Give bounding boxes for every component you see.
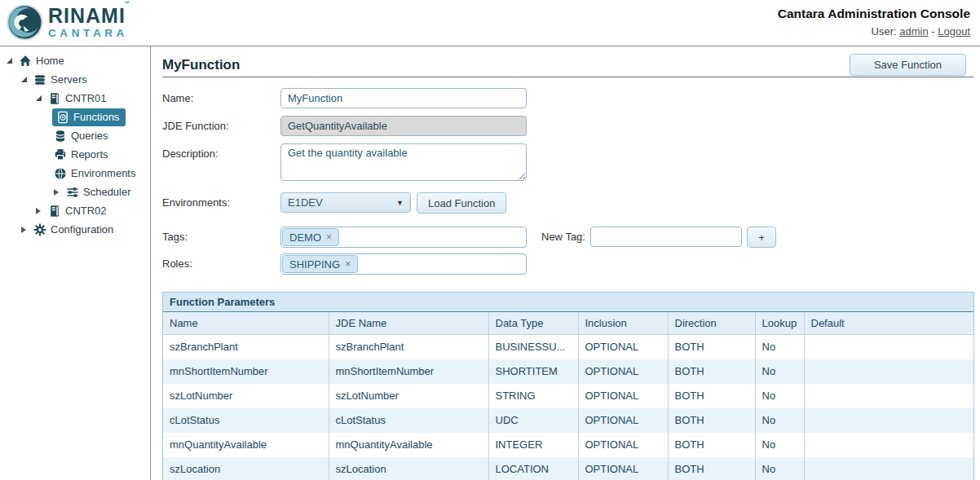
expand-arrow-icon[interactable] xyxy=(21,77,33,82)
cell-default xyxy=(804,335,973,359)
cell-name: szLotNumber xyxy=(163,384,329,408)
column-header-direction: Direction xyxy=(668,312,755,335)
table-row[interactable]: szLocation szLocation LOCATION OPTIONAL … xyxy=(163,457,973,480)
rinami-logo-icon xyxy=(7,4,43,41)
description-textarea[interactable]: Get the quantity available xyxy=(280,143,527,181)
roles-input[interactable]: SHIPPING × xyxy=(280,253,527,275)
cell-name: mnQuantityAvailable xyxy=(163,433,329,457)
sidebar-item-functions[interactable]: Functions xyxy=(0,108,150,126)
cell-default xyxy=(804,457,973,480)
tags-input[interactable]: DEMO × xyxy=(280,227,527,248)
jde-function-input xyxy=(280,116,527,136)
function-parameters-table: Name JDE Name Data Type Inclusion Direct… xyxy=(163,312,973,480)
table-row[interactable]: szBranchPlant szBranchPlant BUSINESSU...… xyxy=(163,335,973,359)
cell-inclusion: OPTIONAL xyxy=(578,384,668,408)
logout-link[interactable]: Logout xyxy=(938,25,970,37)
cell-jde-name: szBranchPlant xyxy=(329,335,488,359)
roles-row: Roles: SHIPPING × xyxy=(162,253,973,275)
remove-role-icon[interactable]: × xyxy=(345,258,351,270)
tag-chip: DEMO × xyxy=(282,228,339,246)
expand-arrow-icon[interactable] xyxy=(36,208,48,214)
cell-data-type: LOCATION xyxy=(488,457,578,480)
sidebar-item-label: Queries xyxy=(71,130,108,141)
load-function-button[interactable]: Load Function xyxy=(417,192,506,214)
add-tag-button[interactable]: + xyxy=(747,227,776,248)
cell-lookup: No xyxy=(755,359,804,384)
cell-default xyxy=(804,359,973,384)
cell-data-type: UDC xyxy=(488,408,578,433)
chevron-down-icon: ▼ xyxy=(396,199,404,207)
cell-data-type: SHORTITEM xyxy=(488,359,578,384)
sidebar-item-reports[interactable]: Reports xyxy=(0,145,150,164)
cell-inclusion: OPTIONAL xyxy=(578,433,668,457)
sidebar-item-configuration[interactable]: Configuration xyxy=(0,220,150,239)
table-row[interactable]: cLotStatus cLotStatus UDC OPTIONAL BOTH … xyxy=(163,408,973,433)
sidebar-item-label: Functions xyxy=(73,112,119,122)
cell-direction: BOTH xyxy=(668,335,755,359)
table-row[interactable]: szLotNumber szLotNumber STRING OPTIONAL … xyxy=(163,384,973,408)
table-row[interactable]: mnQuantityAvailable mnQuantityAvailable … xyxy=(163,433,973,457)
remove-tag-icon[interactable]: × xyxy=(326,231,332,243)
cell-lookup: No xyxy=(755,457,804,480)
sidebar-item-cntr01[interactable]: CNTR01 xyxy=(0,89,150,108)
sidebar-item-cntr02[interactable]: CNTR02 xyxy=(0,201,150,220)
console-title: Cantara Administration Console xyxy=(778,7,970,21)
cell-direction: BOTH xyxy=(668,359,755,384)
description-label: Description: xyxy=(162,143,280,160)
cell-lookup: No xyxy=(755,433,804,457)
save-function-button[interactable]: Save Function xyxy=(850,54,966,76)
new-tag-label: New Tag: xyxy=(541,227,585,243)
sidebar-item-home[interactable]: Home xyxy=(0,51,150,70)
table-row[interactable]: mnShortItemNumber mnShortItemNumber SHOR… xyxy=(163,359,973,384)
role-chip: SHIPPING × xyxy=(282,255,358,273)
cell-name: szLocation xyxy=(163,457,329,480)
cell-inclusion: OPTIONAL xyxy=(578,335,668,359)
globe-icon xyxy=(54,167,67,180)
tags-row: Tags: DEMO × New Tag: + xyxy=(162,227,973,248)
environments-select[interactable]: E1DEV ▼ xyxy=(280,192,411,213)
cell-inclusion: OPTIONAL xyxy=(578,457,668,480)
cell-jde-name: mnShortItemNumber xyxy=(329,359,488,384)
gear-icon xyxy=(33,223,46,236)
tags-label: Tags: xyxy=(162,227,280,243)
cell-direction: BOTH xyxy=(668,433,755,457)
server-icon xyxy=(48,205,61,218)
user-label: User: xyxy=(872,25,897,37)
selected-item-pill[interactable]: Functions xyxy=(52,108,126,126)
name-row: Name: xyxy=(162,88,973,108)
cell-lookup: No xyxy=(755,408,804,433)
database-icon xyxy=(54,130,67,143)
expand-arrow-icon[interactable] xyxy=(21,227,33,233)
sidebar-item-label: Configuration xyxy=(51,224,113,235)
user-line: User: admin - Logout xyxy=(778,25,970,37)
roles-label: Roles: xyxy=(162,253,280,270)
brand-product: CANTARA xyxy=(48,28,128,39)
column-header-name: Name xyxy=(163,312,329,335)
column-header-lookup: Lookup xyxy=(755,312,804,335)
column-header-inclusion: Inclusion xyxy=(578,312,668,335)
environments-row: Environments: E1DEV ▼ Load Function xyxy=(162,192,973,214)
sidebar-item-label: Scheduler xyxy=(83,187,131,197)
sidebar-item-environments[interactable]: Environments xyxy=(0,164,150,183)
cell-lookup: No xyxy=(755,335,804,359)
sidebar-item-scheduler[interactable]: Scheduler xyxy=(0,183,150,201)
cell-jde-name: cLotStatus xyxy=(329,408,488,433)
expand-arrow-icon[interactable] xyxy=(7,58,19,64)
sidebar-item-queries[interactable]: Queries xyxy=(0,126,150,145)
brand-line1-text: RINAMI xyxy=(48,4,126,27)
sidebar-item-label: Servers xyxy=(51,74,87,85)
brand-logo: RINAMIˇ CANTARA xyxy=(0,0,128,41)
sidebar-item-servers[interactable]: Servers xyxy=(0,70,150,89)
functions-document-icon xyxy=(56,111,69,124)
expand-arrow-icon[interactable] xyxy=(54,189,66,196)
column-header-data-type: Data Type xyxy=(488,312,578,335)
new-tag-input[interactable] xyxy=(590,227,742,247)
expand-arrow-icon[interactable] xyxy=(36,95,48,101)
cell-data-type: BUSINESSU... xyxy=(488,335,578,359)
user-separator: - xyxy=(931,25,934,37)
environments-selected-value: E1DEV xyxy=(288,196,323,209)
cell-data-type: STRING xyxy=(488,384,578,408)
name-input[interactable] xyxy=(280,88,527,108)
user-link[interactable]: admin xyxy=(899,25,928,37)
role-chip-label: SHIPPING xyxy=(289,258,340,271)
